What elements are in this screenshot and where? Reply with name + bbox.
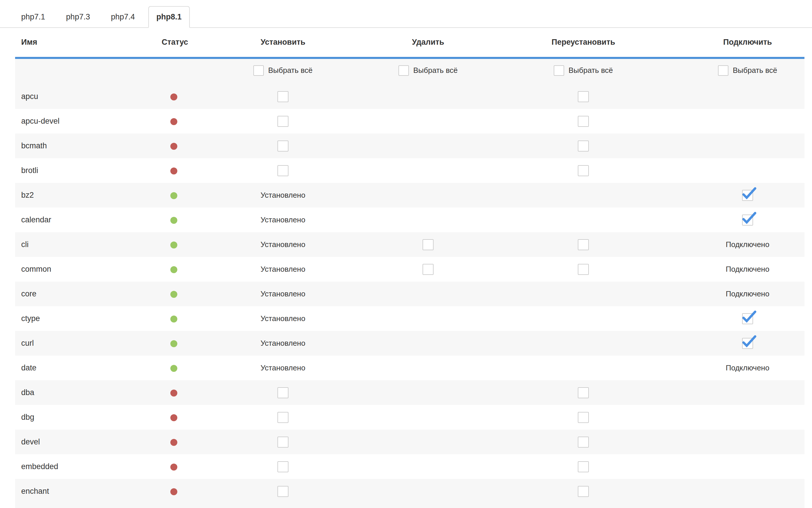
reinstall-checkbox[interactable] [578, 116, 589, 127]
extension-name: enchant [15, 479, 162, 504]
enable-cell: Подключено [691, 282, 805, 306]
status-cell [162, 133, 186, 158]
reinstall-cell [476, 257, 691, 282]
remove-cell [380, 430, 476, 454]
row-bz2: bz2Установлено [15, 183, 805, 208]
installed-text: Установлено [261, 240, 305, 249]
enable-checkbox[interactable] [742, 190, 753, 201]
remove-cell [380, 109, 476, 133]
row-apcu-devel: apcu-devel [15, 109, 805, 133]
extensions-table: Имя Статус Установить Удалить Переустано… [15, 28, 805, 508]
reinstall-checkbox[interactable] [578, 140, 589, 152]
status-dot [170, 143, 177, 150]
enable-cell: Подключено [691, 257, 805, 282]
install-cell [186, 380, 380, 405]
reinstall-checkbox[interactable] [578, 412, 589, 423]
column-header-install: Установить [186, 28, 380, 58]
status-cell [162, 430, 186, 454]
row-calendar: calendarУстановлено [15, 208, 805, 232]
extension-name: apcu-devel [15, 109, 162, 133]
install-checkbox[interactable] [277, 461, 288, 472]
reinstall-checkbox[interactable] [578, 486, 589, 497]
connected-text: Подключено [726, 265, 769, 273]
reinstall-cell [476, 158, 691, 183]
select-all-install-checkbox[interactable] [253, 65, 264, 76]
reinstall-checkbox[interactable] [578, 264, 589, 275]
install-checkbox[interactable] [277, 116, 288, 127]
installed-text: Установлено [261, 265, 305, 273]
row-ctype: ctypeУстановлено [15, 306, 805, 331]
enable-cell [691, 183, 805, 208]
enable-checkbox[interactable] [742, 214, 753, 225]
row-bcmath: bcmath [15, 133, 805, 158]
status-cell [162, 282, 186, 306]
status-cell [162, 208, 186, 232]
remove-checkbox[interactable] [422, 239, 434, 250]
row-date: dateУстановленоПодключено [15, 355, 805, 380]
status-dot [170, 464, 177, 471]
table-header-row: Имя Статус Установить Удалить Переустано… [15, 28, 805, 58]
installed-text: Установлено [261, 191, 305, 200]
status-dot [170, 93, 177, 100]
status-dot [170, 192, 177, 199]
reinstall-cell [476, 331, 691, 355]
reinstall-cell [476, 282, 691, 306]
tab-php7.4[interactable]: php7.4 [103, 7, 142, 27]
extension-name: cli [15, 232, 162, 257]
status-dot [170, 365, 177, 372]
install-checkbox[interactable] [277, 165, 288, 176]
reinstall-checkbox[interactable] [578, 165, 589, 176]
reinstall-checkbox[interactable] [578, 239, 589, 250]
extension-name: apcu [15, 84, 162, 109]
select-all-enable-cell: Выбрать всё [691, 58, 805, 84]
reinstall-checkbox[interactable] [578, 387, 589, 398]
enable-cell [691, 133, 805, 158]
extension-name: dbg [15, 405, 162, 430]
install-cell: Установлено [186, 306, 380, 331]
install-cell: Установлено [186, 282, 380, 306]
status-cell [162, 355, 186, 380]
remove-cell [380, 158, 476, 183]
status-dot [170, 389, 177, 396]
remove-cell [380, 454, 476, 479]
install-cell [186, 84, 380, 109]
tab-php7.3[interactable]: php7.3 [59, 7, 98, 27]
row-core: coreУстановленоПодключено [15, 282, 805, 306]
enable-cell [691, 380, 805, 405]
select-all-remove-checkbox[interactable] [399, 65, 409, 76]
status-cell [162, 405, 186, 430]
remove-checkbox[interactable] [422, 264, 434, 275]
status-cell [162, 84, 186, 109]
enable-cell [691, 405, 805, 430]
status-dot [170, 118, 177, 125]
select-all-enable-checkbox[interactable] [718, 65, 728, 76]
install-checkbox[interactable] [277, 436, 288, 448]
install-checkbox[interactable] [277, 387, 288, 398]
extension-name: common [15, 257, 162, 282]
reinstall-checkbox[interactable] [578, 91, 589, 102]
install-cell: Установлено [186, 208, 380, 232]
enable-checkbox[interactable] [742, 313, 753, 324]
row-cli: cliУстановленоПодключено [15, 232, 805, 257]
status-cell [162, 306, 186, 331]
status-cell [162, 257, 186, 282]
status-dot [170, 266, 177, 273]
tab-php7.1[interactable]: php7.1 [14, 7, 53, 27]
install-checkbox[interactable] [277, 412, 288, 423]
install-checkbox[interactable] [277, 486, 288, 497]
status-cell [162, 158, 186, 183]
enable-checkbox[interactable] [742, 338, 753, 349]
row-embedded: embedded [15, 454, 805, 479]
reinstall-checkbox[interactable] [578, 461, 589, 472]
tab-php8.1[interactable]: php8.1 [148, 6, 190, 28]
status-dot [170, 242, 177, 249]
reinstall-checkbox[interactable] [578, 436, 589, 448]
select-all-enable-label: Выбрать всё [733, 66, 777, 75]
reinstall-cell [476, 454, 691, 479]
select-all-reinstall-checkbox[interactable] [554, 65, 564, 76]
status-dot [170, 414, 177, 421]
install-checkbox[interactable] [277, 91, 288, 102]
install-checkbox[interactable] [277, 140, 288, 152]
status-dot [170, 217, 177, 224]
reinstall-cell [476, 479, 691, 504]
